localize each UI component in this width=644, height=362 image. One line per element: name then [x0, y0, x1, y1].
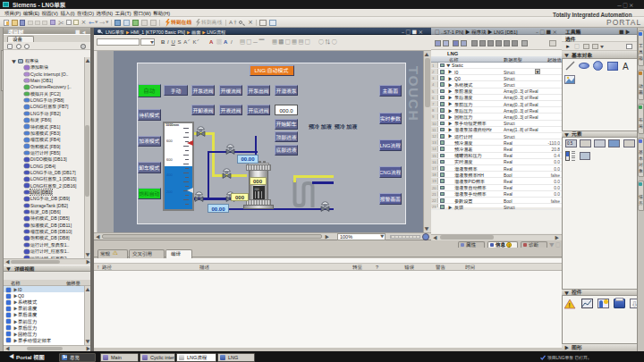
svg-text:!: ! — [569, 299, 571, 309]
